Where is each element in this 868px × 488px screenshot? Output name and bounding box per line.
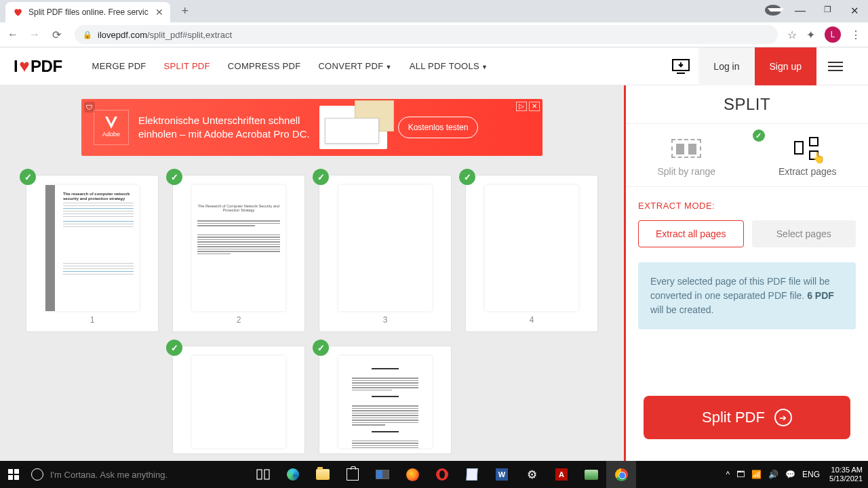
check-icon: ✓ bbox=[166, 340, 182, 356]
tab-close-icon[interactable]: ✕ bbox=[149, 7, 163, 18]
tray-notifications-icon[interactable]: 💬 bbox=[785, 470, 795, 479]
windows-taskbar: I'm Cortana. Ask me anything. W ⚙ A ^ 🗔 … bbox=[0, 461, 868, 488]
ad-banner[interactable]: 🛡 ▷✕ Adobe Elektronische Unterschriften … bbox=[81, 99, 542, 156]
page-thumbnail[interactable]: ✓ The Research of Computer Network Secur… bbox=[172, 175, 305, 332]
page-preview bbox=[192, 356, 285, 448]
page-thumbnail[interactable]: ✓ 4 bbox=[465, 175, 598, 332]
chrome-menu-icon[interactable]: ⋮ bbox=[850, 28, 861, 41]
word-icon[interactable]: W bbox=[487, 461, 517, 488]
desktop-app-icon[interactable] bbox=[663, 47, 698, 85]
select-pages-button[interactable]: Select pages bbox=[752, 220, 856, 247]
ad-choices-icon[interactable]: ▷✕ bbox=[516, 102, 540, 111]
tray-network-icon[interactable]: 📶 bbox=[751, 470, 762, 479]
new-tab-button[interactable]: + bbox=[176, 2, 195, 21]
site-logo[interactable]: I ♥ PDF bbox=[14, 56, 62, 77]
page-preview: The research of computer network securit… bbox=[45, 185, 139, 311]
cortana-search-input[interactable]: I'm Cortana. Ask me anything. bbox=[27, 468, 244, 481]
check-icon: ✓ bbox=[20, 169, 36, 185]
taskbar-apps: W ⚙ A bbox=[248, 461, 636, 488]
ad-line1: Elektronische Unterschriften schnell bbox=[138, 114, 310, 127]
hamburger-menu-icon[interactable] bbox=[816, 47, 854, 85]
sidebar: SPLIT ✓ Split by range ✓ 👆 Extract pages… bbox=[626, 85, 868, 461]
nav-convert[interactable]: CONVERT PDF▼ bbox=[318, 61, 391, 71]
info-prefix: Every selected page of this PDF file wil… bbox=[650, 276, 830, 301]
check-icon: ✓ bbox=[166, 169, 182, 185]
extract-all-pages-button[interactable]: Extract all pages bbox=[638, 220, 744, 247]
info-message: Every selected page of this PDF file wil… bbox=[638, 262, 856, 329]
tab-label: Extract pages bbox=[747, 166, 869, 177]
page-thumbnail[interactable]: ✓ bbox=[172, 346, 305, 454]
back-icon[interactable]: ← bbox=[7, 28, 19, 41]
tab-split-by-range[interactable]: ✓ Split by range bbox=[626, 124, 747, 186]
start-button[interactable] bbox=[0, 461, 27, 488]
page-thumbnail[interactable]: ✓ bbox=[319, 346, 452, 454]
bookmark-star-icon[interactable]: ☆ bbox=[787, 28, 797, 41]
minimize-icon[interactable]: — bbox=[792, 5, 808, 18]
store-icon[interactable] bbox=[338, 461, 368, 488]
logo-text-i: I bbox=[14, 57, 18, 76]
nav-all-tools[interactable]: ALL PDF TOOLS▼ bbox=[410, 61, 488, 71]
caret-down-icon: ▼ bbox=[385, 64, 391, 70]
main-nav: MERGE PDF SPLIT PDF COMPRESS PDF CONVERT… bbox=[92, 61, 488, 71]
info-suffix: will be created. bbox=[650, 304, 713, 315]
split-button-label: Split PDF bbox=[702, 409, 765, 426]
extract-pages-icon: 👆 bbox=[747, 135, 869, 162]
ad-cta-button[interactable]: Kostenlos testen bbox=[398, 117, 479, 138]
nav-split[interactable]: SPLIT PDF bbox=[164, 61, 210, 71]
arrow-circle-icon: ➔ bbox=[774, 409, 792, 426]
edge-icon[interactable] bbox=[278, 461, 308, 488]
close-window-icon[interactable]: ✕ bbox=[846, 5, 863, 18]
page-thumbnail[interactable]: ✓ The research of computer network secur… bbox=[26, 175, 159, 332]
nav-compress[interactable]: COMPRESS PDF bbox=[228, 61, 301, 71]
chrome-icon[interactable] bbox=[606, 461, 636, 488]
sidebar-footer: Split PDF ➔ bbox=[626, 382, 868, 461]
notepad-icon[interactable] bbox=[457, 461, 487, 488]
ad-privacy-icon[interactable]: 🛡 bbox=[84, 102, 95, 113]
url-input[interactable]: 🔒 ilovepdf.com/split_pdf#split,extract bbox=[75, 25, 778, 44]
tray-chevron-icon[interactable]: ^ bbox=[726, 470, 730, 479]
login-button[interactable]: Log in bbox=[698, 47, 754, 85]
nav-merge[interactable]: MERGE PDF bbox=[92, 61, 146, 71]
signup-button[interactable]: Sign up bbox=[755, 47, 816, 85]
tray-battery-icon[interactable]: 🗔 bbox=[736, 470, 745, 479]
tab-extract-pages[interactable]: ✓ 👆 Extract pages bbox=[747, 124, 869, 186]
adobe-logo-icon: Adobe bbox=[94, 110, 129, 145]
sidebar-title: SPLIT bbox=[626, 85, 868, 124]
info-count: 6 PDF bbox=[807, 290, 834, 301]
ad-headline: Elektronische Unterschriften schnell ein… bbox=[138, 114, 310, 142]
photos-icon[interactable] bbox=[576, 461, 606, 488]
page-number: 3 bbox=[383, 315, 388, 325]
split-pdf-button[interactable]: Split PDF ➔ bbox=[644, 396, 850, 439]
browser-tab-strip: Split PDF files online. Free servic ✕ + … bbox=[0, 0, 868, 22]
acrobat-icon[interactable]: A bbox=[547, 461, 576, 488]
profile-avatar[interactable]: L bbox=[825, 26, 841, 43]
firefox-icon[interactable] bbox=[397, 461, 427, 488]
task-view-icon[interactable] bbox=[248, 461, 278, 488]
sidebar-body: EXTRACT MODE: Extract all pages Select p… bbox=[626, 187, 868, 382]
settings-icon[interactable]: ⚙ bbox=[517, 461, 547, 488]
tray-volume-icon[interactable]: 🔊 bbox=[768, 470, 778, 479]
app-body: 🛡 ▷✕ Adobe Elektronische Unterschriften … bbox=[0, 85, 868, 461]
chrome-profile-icon[interactable] bbox=[765, 5, 781, 18]
file-explorer-icon[interactable] bbox=[308, 461, 338, 488]
extract-mode-tabs: Extract all pages Select pages bbox=[638, 220, 856, 247]
extensions-icon[interactable]: ✦ bbox=[806, 28, 815, 41]
tray-language[interactable]: ENG bbox=[802, 470, 820, 479]
extract-mode-label: EXTRACT MODE: bbox=[638, 201, 856, 211]
preview-title: The Research of Computer Network Securit… bbox=[197, 204, 280, 212]
mode-tabs: ✓ Split by range ✓ 👆 Extract pages bbox=[626, 124, 868, 187]
page-thumbnail[interactable]: ✓ 3 bbox=[319, 175, 452, 332]
page-number: 2 bbox=[237, 315, 241, 325]
forward-icon[interactable]: → bbox=[28, 28, 41, 41]
reload-icon[interactable]: ⟳ bbox=[50, 28, 62, 41]
lock-icon: 🔒 bbox=[83, 30, 92, 39]
maximize-icon[interactable]: ❐ bbox=[819, 5, 835, 18]
browser-address-bar: ← → ⟳ 🔒 ilovepdf.com/split_pdf#split,ext… bbox=[0, 22, 868, 47]
ad-line2: einholen – mit Adobe Acrobat Pro DC. bbox=[138, 127, 310, 141]
tab-title: Split PDF files online. Free servic bbox=[28, 7, 149, 17]
taskbar-clock[interactable]: 10:35 AM 5/13/2021 bbox=[824, 466, 868, 483]
browser-tab[interactable]: Split PDF files online. Free servic ✕ bbox=[5, 2, 170, 22]
taskbar-app-icon[interactable] bbox=[368, 461, 397, 488]
opera-icon[interactable] bbox=[427, 461, 457, 488]
page-preview bbox=[485, 185, 578, 311]
